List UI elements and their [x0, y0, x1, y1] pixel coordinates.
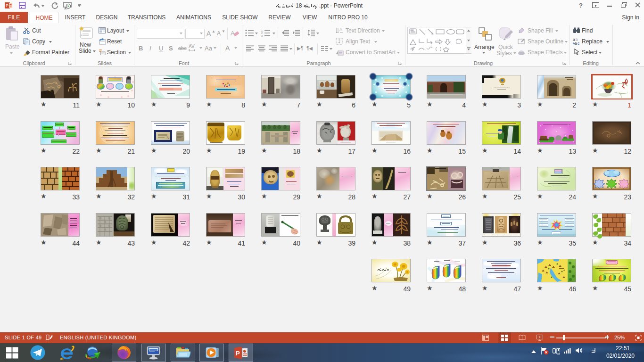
svg-text:c: c	[578, 41, 580, 45]
svg-text:P: P	[6, 3, 8, 8]
svg-text:P: P	[236, 350, 240, 357]
svg-text:A: A	[231, 30, 235, 37]
svg-text:a: a	[575, 41, 577, 45]
svg-text:3: 3	[261, 34, 263, 37]
svg-text:A: A	[339, 27, 342, 32]
